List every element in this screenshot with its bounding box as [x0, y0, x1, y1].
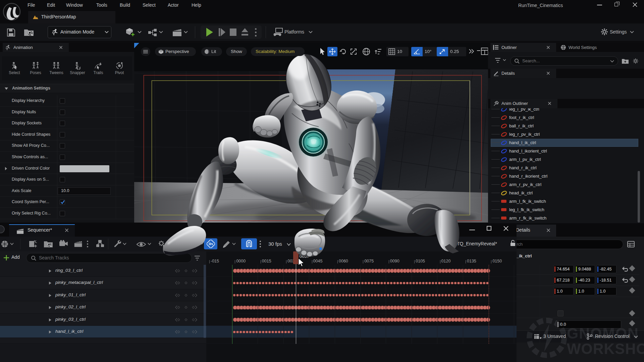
svg-text:WORKSHOP: WORKSHOP: [567, 341, 644, 357]
svg-text:GNOMON: GNOMON: [567, 325, 639, 342]
